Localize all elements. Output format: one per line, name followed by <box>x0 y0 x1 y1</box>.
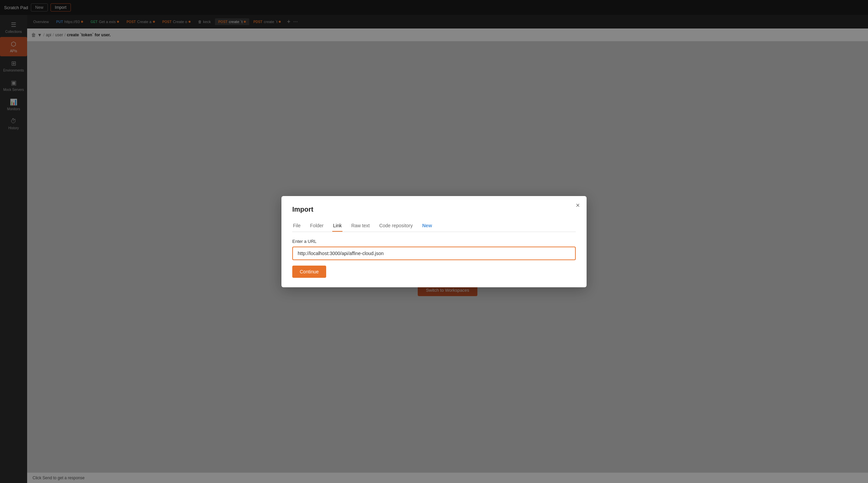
url-label: Enter a URL <box>292 239 576 244</box>
modal-tab-bar: File Folder Link Raw text Code repositor… <box>292 220 576 232</box>
modal-tab-code-repository[interactable]: Code repository <box>378 220 413 232</box>
import-modal: Import × File Folder Link Raw text Code … <box>281 196 587 287</box>
modal-title: Import <box>292 206 576 213</box>
modal-tab-link[interactable]: Link <box>332 220 342 232</box>
modal-close-button[interactable]: × <box>576 201 580 209</box>
url-input[interactable] <box>292 247 576 260</box>
modal-tab-folder[interactable]: Folder <box>310 220 324 232</box>
url-form: Enter a URL Continue <box>292 239 576 278</box>
continue-button[interactable]: Continue <box>292 266 326 278</box>
modal-tab-file[interactable]: File <box>292 220 301 232</box>
modal-tab-raw-text[interactable]: Raw text <box>351 220 370 232</box>
modal-overlay[interactable]: Import × File Folder Link Raw text Code … <box>0 0 868 483</box>
modal-tab-new[interactable]: New <box>421 220 433 232</box>
